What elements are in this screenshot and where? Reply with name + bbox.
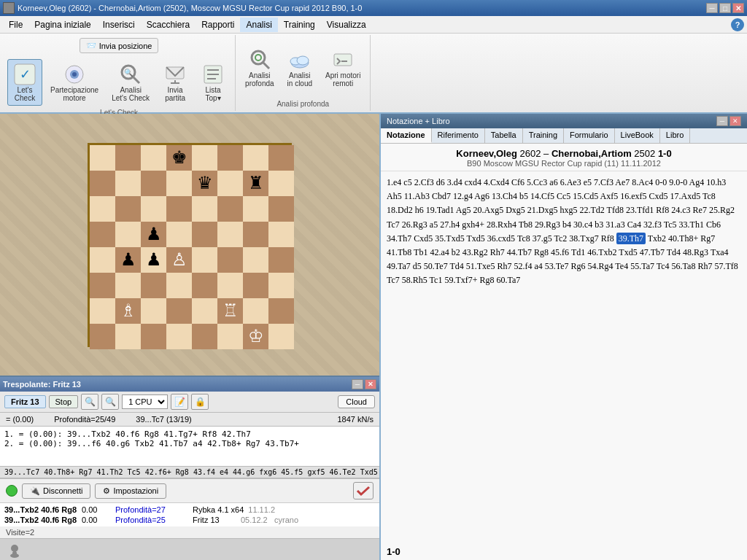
square-b6[interactable] <box>115 196 141 222</box>
square-c7[interactable] <box>141 171 166 196</box>
square-e7[interactable]: ♛ <box>192 171 217 196</box>
disconnect-button[interactable]: 🔌 Disconnetti <box>22 483 90 499</box>
zoom-in-button[interactable]: 🔍 <box>81 394 98 410</box>
tab-riferimento[interactable]: Riferimento <box>432 128 485 143</box>
lets-check-button[interactable]: ✓ Let'sCheck <box>7 59 42 106</box>
square-g2[interactable] <box>243 298 268 324</box>
square-b7[interactable] <box>115 171 141 196</box>
analisi-lets-check-button[interactable]: 🔍 AnalisiLet's Check <box>107 59 155 106</box>
square-e3[interactable] <box>192 273 217 298</box>
square-h5[interactable] <box>268 222 294 247</box>
minimize-button[interactable]: ─ <box>706 3 718 13</box>
square-f4[interactable] <box>217 247 243 273</box>
square-e4[interactable] <box>192 247 217 273</box>
square-h1[interactable] <box>268 324 294 349</box>
send-position-button[interactable]: 📨 Invia posizione <box>80 38 159 53</box>
square-g4[interactable] <box>243 247 268 273</box>
square-d3[interactable] <box>166 273 192 298</box>
confirm-button[interactable] <box>353 482 374 499</box>
stop-button[interactable]: Stop <box>49 395 79 408</box>
partecipazione-motore-button[interactable]: Partecipazionemotore <box>45 59 104 106</box>
square-c5[interactable]: ♟ <box>141 222 166 247</box>
square-f7[interactable] <box>217 171 243 196</box>
tab-formulario[interactable]: Formulario <box>564 128 615 143</box>
square-h2[interactable] <box>268 298 294 324</box>
square-c1[interactable] <box>141 324 166 349</box>
menu-inserisci[interactable]: Inserisci <box>97 18 141 32</box>
square-a1[interactable] <box>90 324 115 349</box>
help-icon[interactable]: ? <box>731 18 744 31</box>
tab-livebook[interactable]: LiveBook <box>615 128 660 143</box>
cpu-select[interactable]: 1 CPU 2 CPU 4 CPU <box>122 394 168 409</box>
square-f8[interactable] <box>217 145 243 171</box>
square-a7[interactable] <box>90 171 115 196</box>
engine-close-button[interactable]: ✕ <box>365 379 376 389</box>
square-h3[interactable] <box>268 273 294 298</box>
square-a6[interactable] <box>90 196 115 222</box>
menu-scacchiera[interactable]: Scacchiera <box>141 18 196 32</box>
square-e1[interactable] <box>192 324 217 349</box>
square-f3[interactable] <box>217 273 243 298</box>
square-h8[interactable] <box>268 145 294 171</box>
square-d7[interactable] <box>166 171 192 196</box>
menu-analisi[interactable]: Analisi <box>240 18 277 32</box>
cloud-button[interactable]: Cloud <box>338 395 375 408</box>
square-g8[interactable] <box>243 145 268 171</box>
square-d4[interactable]: ♙ <box>166 247 192 273</box>
square-b3[interactable] <box>115 273 141 298</box>
engine-minimize-button[interactable]: ─ <box>352 379 363 389</box>
square-a4[interactable] <box>90 247 115 273</box>
square-e8[interactable] <box>192 145 217 171</box>
square-b4[interactable]: ♟ <box>115 247 141 273</box>
square-b8[interactable] <box>115 145 141 171</box>
tab-notazione[interactable]: Notazione <box>381 128 432 143</box>
square-c8[interactable] <box>141 145 166 171</box>
square-h6[interactable] <box>268 196 294 222</box>
square-e2[interactable] <box>192 298 217 324</box>
square-d1[interactable] <box>166 324 192 349</box>
square-c3[interactable] <box>141 273 166 298</box>
square-c4[interactable]: ♟ <box>141 247 166 273</box>
highlighted-move[interactable]: 39.Th7 <box>616 233 646 244</box>
zoom-out-button[interactable]: 🔍 <box>101 394 119 410</box>
notation-toggle-button[interactable]: 📝 <box>171 394 188 410</box>
square-f5[interactable] <box>217 222 243 247</box>
chess-board[interactable]: ♚ ♛ ♜ <box>88 143 292 347</box>
square-e6[interactable] <box>192 196 217 222</box>
square-c6[interactable] <box>141 196 166 222</box>
square-d5[interactable] <box>166 222 192 247</box>
square-b1[interactable] <box>115 324 141 349</box>
square-e5[interactable] <box>192 222 217 247</box>
tab-training[interactable]: Training <box>523 128 564 143</box>
notation-close-button[interactable]: ✕ <box>729 116 741 126</box>
analisi-cloud-button[interactable]: Analisiin cloud <box>282 44 317 91</box>
settings-button[interactable]: ⚙ Impostazioni <box>95 483 166 499</box>
square-f1[interactable] <box>217 324 243 349</box>
lista-top-button[interactable]: ListaTop▾ <box>196 59 231 106</box>
tab-libro[interactable]: Libro <box>660 128 690 143</box>
menu-file[interactable]: File <box>3 18 28 32</box>
square-c2[interactable] <box>141 298 166 324</box>
notation-minimize-button[interactable]: ─ <box>716 116 728 126</box>
square-b2[interactable]: ♗ <box>115 298 141 324</box>
invia-partita-button[interactable]: Inviapartita <box>158 59 193 106</box>
lock-button[interactable]: 🔒 <box>191 394 209 410</box>
square-g7[interactable]: ♜ <box>243 171 268 196</box>
square-f6[interactable] <box>217 196 243 222</box>
restore-button[interactable]: □ <box>719 3 731 13</box>
tab-tabella[interactable]: Tabella <box>485 128 523 143</box>
square-g1[interactable]: ♔ <box>243 324 268 349</box>
square-a2[interactable] <box>90 298 115 324</box>
square-a3[interactable] <box>90 273 115 298</box>
square-d6[interactable] <box>166 196 192 222</box>
menu-visualizza[interactable]: Visualizza <box>321 18 372 32</box>
square-g5[interactable] <box>243 222 268 247</box>
menu-pagina-iniziale[interactable]: Pagina iniziale <box>28 18 96 32</box>
close-button[interactable]: ✕ <box>732 3 744 13</box>
apri-motori-remoti-button[interactable]: Apri motoriremoti <box>320 44 365 91</box>
square-g6[interactable] <box>243 196 268 222</box>
square-d2[interactable] <box>166 298 192 324</box>
square-b5[interactable] <box>115 222 141 247</box>
square-f2[interactable]: ♖ <box>217 298 243 324</box>
menu-rapporti[interactable]: Rapporti <box>196 18 240 32</box>
